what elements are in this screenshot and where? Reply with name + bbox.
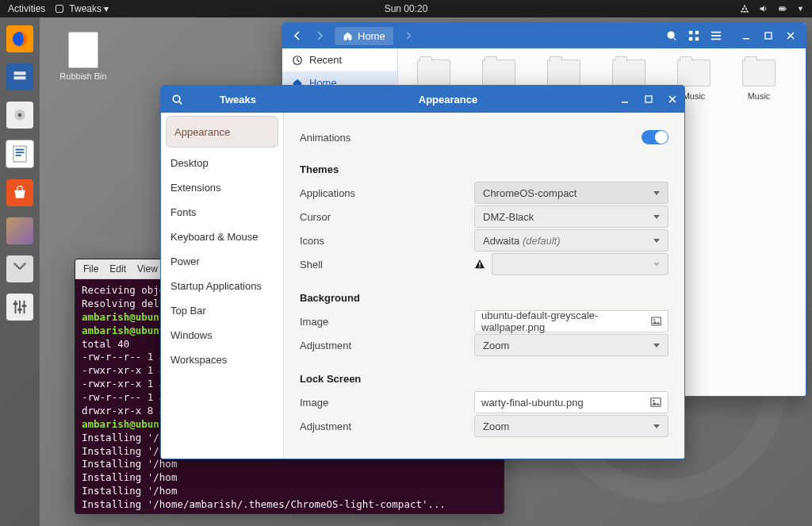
applications-label: Applications	[300, 187, 474, 199]
svg-rect-22	[19, 301, 21, 314]
ls-image-row: Image warty-final-ubuntu.png	[300, 390, 668, 414]
svg-rect-25	[17, 309, 22, 311]
tweaks-content: Animations Themes Applications ChromeOS-…	[284, 113, 684, 459]
tweaks-header: Tweaks Appearance	[161, 86, 684, 113]
nav-forward-button[interactable]	[309, 25, 330, 46]
close-button[interactable]	[661, 87, 684, 111]
terminal-menu-item[interactable]: File	[83, 263, 98, 275]
svg-rect-11	[14, 71, 26, 75]
chevron-down-icon	[653, 344, 660, 347]
applications-select[interactable]: ChromeOS-compact	[474, 182, 668, 204]
terminal-menu-item[interactable]: Edit	[109, 263, 126, 275]
dock-firefox[interactable]	[6, 25, 33, 52]
themes-heading: Themes	[300, 157, 668, 181]
tweaks-sidebar-item[interactable]: Appearance	[166, 116, 278, 148]
minimize-button[interactable]	[736, 25, 756, 46]
svg-rect-41	[479, 262, 480, 265]
bg-image-picker[interactable]: ubuntu-default-greyscale-wallpaper.png	[474, 310, 668, 332]
bg-adjust-label: Adjustment	[300, 340, 474, 351]
svg-rect-9	[779, 8, 784, 10]
terminal-menu-item[interactable]: View	[137, 263, 158, 275]
minimize-button[interactable]	[613, 87, 637, 111]
svg-point-20	[23, 263, 26, 267]
clock[interactable]: Sun 00:20	[385, 3, 428, 14]
svg-rect-45	[651, 398, 661, 407]
svg-rect-24	[13, 303, 18, 305]
tweaks-icon	[55, 4, 64, 13]
desktop-trash[interactable]: Rubbish Bin	[56, 32, 111, 81]
tweaks-sidebar-item[interactable]: Workspaces	[161, 347, 283, 372]
nav-back-button[interactable]	[287, 25, 308, 46]
breadcrumb-home[interactable]: Home	[335, 27, 393, 45]
tweaks-sidebar-item[interactable]: Top Bar	[161, 298, 283, 323]
tweaks-sidebar-item[interactable]: Fonts	[161, 200, 283, 225]
lockscreen-heading: Lock Screen	[300, 367, 668, 390]
page-title: Appearance	[283, 94, 613, 106]
svg-rect-18	[16, 155, 21, 156]
cursor-select[interactable]: DMZ-Black	[474, 205, 668, 228]
svg-rect-26	[22, 305, 27, 307]
svg-rect-0	[56, 6, 63, 13]
chevron-down-icon	[653, 191, 660, 195]
svg-rect-42	[479, 267, 480, 267]
svg-rect-33	[711, 35, 721, 36]
svg-rect-32	[711, 32, 721, 33]
svg-point-27	[668, 32, 674, 38]
chevron-down-icon	[653, 263, 660, 267]
tweaks-sidebar-item[interactable]: Startup Applications	[161, 274, 283, 298]
maximize-button[interactable]	[758, 25, 779, 46]
dock-settings[interactable]	[6, 255, 33, 282]
search-button[interactable]	[161, 86, 193, 113]
dock-app[interactable]	[6, 217, 33, 244]
files-sidebar-item[interactable]: Recent	[282, 48, 397, 71]
view-grid-button[interactable]	[684, 25, 704, 46]
close-button[interactable]	[780, 25, 801, 46]
tweaks-sidebar-item[interactable]: Desktop	[161, 151, 283, 175]
svg-rect-16	[16, 149, 25, 151]
shell-select	[492, 253, 668, 275]
cursor-label: Cursor	[300, 211, 474, 223]
tweaks-sidebar-item[interactable]: Extensions	[161, 175, 283, 200]
dock-libreoffice[interactable]	[6, 140, 34, 168]
dock-tweaks[interactable]	[6, 294, 33, 321]
svg-rect-17	[16, 152, 25, 153]
tweaks-sidebar-item[interactable]: Windows	[161, 323, 283, 347]
battery-icon[interactable]	[778, 4, 787, 13]
maximize-button[interactable]	[637, 87, 661, 111]
bg-adjust-select[interactable]: Zoom	[474, 334, 668, 356]
desktop-trash-label: Rubbish Bin	[56, 71, 111, 81]
folder-item[interactable]: Music	[731, 60, 787, 101]
network-icon[interactable]	[740, 4, 749, 13]
animations-row: Animations	[300, 125, 668, 149]
svg-rect-29	[695, 31, 699, 34]
volume-icon[interactable]	[759, 4, 768, 13]
dock-files[interactable]	[6, 63, 33, 90]
image-icon	[650, 397, 661, 408]
chevron-down-icon	[653, 215, 660, 219]
ls-image-picker[interactable]: warty-final-ubuntu.png	[474, 391, 668, 413]
svg-rect-35	[743, 38, 749, 40]
svg-rect-30	[689, 37, 692, 40]
svg-rect-34	[711, 39, 721, 40]
tweaks-sidebar-item[interactable]: Keyboard & Mouse	[161, 225, 283, 249]
animations-switch[interactable]	[642, 130, 668, 144]
warning-icon	[474, 259, 485, 270]
tweaks-sidebar-item[interactable]: Power	[161, 249, 283, 274]
icons-select[interactable]: Adwaita (default)	[474, 229, 668, 251]
hamburger-button[interactable]	[706, 25, 726, 46]
ls-adjust-label: Adjustment	[300, 420, 474, 432]
ls-adjust-select[interactable]: Zoom	[474, 415, 668, 437]
chevron-down-icon[interactable]: ▼	[797, 5, 804, 13]
svg-point-14	[18, 113, 22, 117]
ls-adjust-row: Adjustment Zoom	[300, 414, 668, 438]
dock-software[interactable]	[6, 179, 33, 206]
cursor-row: Cursor DMZ-Black	[300, 205, 668, 228]
activities-button[interactable]: Activities	[8, 3, 45, 14]
dock-rhythmbox[interactable]	[6, 102, 33, 129]
svg-rect-43	[652, 317, 661, 325]
animations-label: Animations	[300, 132, 474, 144]
svg-rect-31	[695, 37, 699, 40]
app-menu[interactable]: Tweaks ▾	[55, 3, 109, 14]
gnome-top-bar: Activities Tweaks ▾ Sun 00:20 ▼	[0, 0, 812, 17]
search-button[interactable]	[661, 25, 682, 46]
